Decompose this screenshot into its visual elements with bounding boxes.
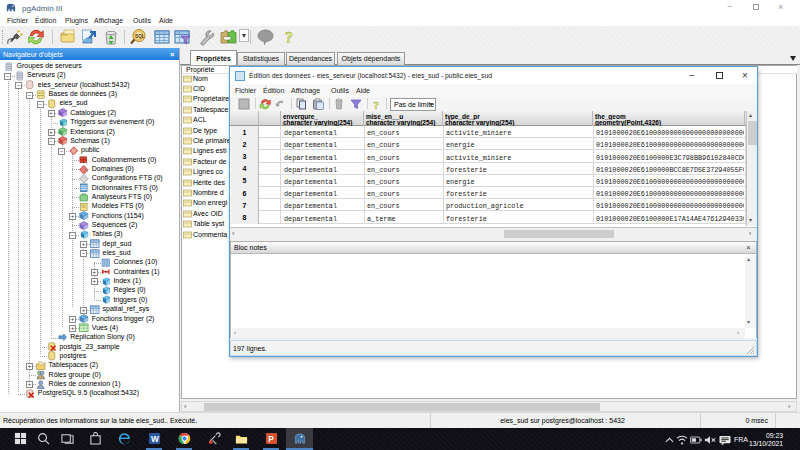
svg-text:?: ? [374, 99, 380, 110]
svg-text:W: W [150, 434, 158, 444]
svg-text:P: P [268, 434, 274, 444]
svg-text:SQL: SQL [135, 34, 145, 39]
svg-text:?: ? [285, 29, 293, 46]
